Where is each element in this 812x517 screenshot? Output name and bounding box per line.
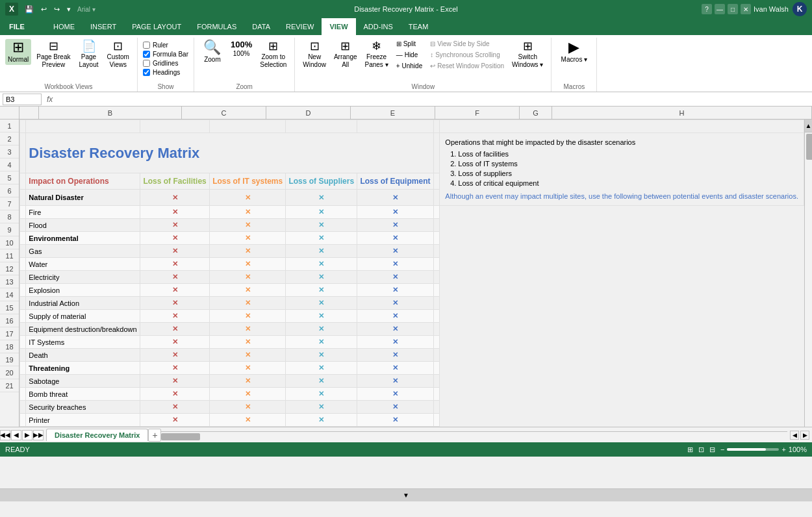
cell-b4[interactable]: Natural Disaster <box>26 190 140 206</box>
zoom-out-btn[interactable]: − <box>720 446 724 453</box>
cell-g6[interactable] <box>433 219 440 232</box>
cell-e21[interactable]: ✕ <box>286 414 357 427</box>
cell-g8[interactable] <box>433 245 440 258</box>
cell-e18[interactable]: ✕ <box>286 375 357 388</box>
ruler-input[interactable] <box>143 42 150 49</box>
tab-insert[interactable]: INSERT <box>82 18 124 35</box>
cell-d21[interactable]: ✕ <box>210 414 286 427</box>
cell-h1[interactable] <box>440 120 804 133</box>
h-scroll-left[interactable]: ◀ <box>790 431 799 440</box>
cell-f7[interactable]: ✕ <box>357 232 433 245</box>
tab-home[interactable]: HOME <box>45 18 82 35</box>
minimize-button[interactable]: — <box>715 4 725 14</box>
cell-a10[interactable] <box>20 271 26 284</box>
row-num-12[interactable]: 12 <box>0 262 19 275</box>
row-num-17[interactable]: 17 <box>0 327 19 340</box>
cell-c13[interactable]: ✕ <box>140 310 210 323</box>
formula-bar-checkbox[interactable]: Formula Bar <box>143 51 188 58</box>
cell-a19[interactable] <box>20 388 26 401</box>
cell-e7[interactable]: ✕ <box>286 232 357 245</box>
row-num-20[interactable]: 20 <box>0 366 19 379</box>
new-window-button[interactable]: ⊡ NewWindow <box>300 39 329 70</box>
cell-e12[interactable]: ✕ <box>286 297 357 310</box>
cell-b18[interactable]: Sabotage <box>26 375 140 388</box>
cell-f11[interactable]: ✕ <box>357 284 433 297</box>
col-header-f[interactable]: F <box>435 107 520 119</box>
cell-g2[interactable] <box>433 133 440 173</box>
maximize-button[interactable]: □ <box>728 4 738 14</box>
cell-d5[interactable]: ✕ <box>210 206 286 219</box>
cell-a13[interactable] <box>20 310 26 323</box>
custom-views-button[interactable]: ⊡ CustomViews <box>105 39 132 70</box>
scroll-thumb[interactable] <box>806 134 812 160</box>
row-num-8[interactable]: 8 <box>0 210 19 223</box>
cell-e10[interactable]: ✕ <box>286 271 357 284</box>
cell-f9[interactable]: ✕ <box>357 258 433 271</box>
row-num-18[interactable]: 18 <box>0 340 19 353</box>
cell-b10[interactable]: Electricity <box>26 271 140 284</box>
cell-c9[interactable]: ✕ <box>140 258 210 271</box>
cell-e11[interactable]: ✕ <box>286 284 357 297</box>
cell-g12[interactable] <box>433 297 440 310</box>
gridlines-checkbox[interactable]: Gridlines <box>143 60 188 67</box>
normal-view-button[interactable]: ⊞ Normal <box>5 39 31 65</box>
cell-f4[interactable]: ✕ <box>357 190 433 206</box>
cell-c6[interactable]: ✕ <box>140 219 210 232</box>
reset-window-button[interactable]: ↩ Reset Window Position <box>427 61 507 71</box>
cell-f12[interactable]: ✕ <box>357 297 433 310</box>
cell-f3-header[interactable]: Loss of Equipment <box>357 173 433 190</box>
sync-scroll-button[interactable]: ↕ Synchronous Scrolling <box>427 50 503 60</box>
cell-d1[interactable] <box>210 120 286 133</box>
cell-d11[interactable]: ✕ <box>210 284 286 297</box>
cell-g13[interactable] <box>433 310 440 323</box>
tab-review[interactable]: REVIEW <box>278 18 322 35</box>
cell-d8[interactable]: ✕ <box>210 245 286 258</box>
cell-c3-header[interactable]: Loss of Facilities <box>140 173 210 190</box>
cell-e19[interactable]: ✕ <box>286 388 357 401</box>
cell-b9[interactable]: Water <box>26 258 140 271</box>
cell-g11[interactable] <box>433 284 440 297</box>
vertical-scrollbar[interactable]: ▲ ▼ <box>804 120 812 427</box>
cell-g1[interactable] <box>433 120 440 133</box>
page-break-status-btn[interactable]: ⊟ <box>709 446 715 454</box>
row-num-9[interactable]: 9 <box>0 223 19 236</box>
cell-f20[interactable]: ✕ <box>357 401 433 414</box>
row-num-2[interactable]: 2 <box>0 132 19 145</box>
cell-a5[interactable] <box>20 206 26 219</box>
cell-b5[interactable]: Fire <box>26 206 140 219</box>
cell-f10[interactable]: ✕ <box>357 271 433 284</box>
cell-a17[interactable] <box>20 362 26 375</box>
horizontal-scrollbar[interactable] <box>161 431 787 439</box>
cell-g18[interactable] <box>433 375 440 388</box>
more-qs-button[interactable]: ▾ <box>64 4 73 15</box>
cell-c20[interactable]: ✕ <box>140 401 210 414</box>
save-button[interactable]: 💾 <box>22 4 36 15</box>
cell-d15[interactable]: ✕ <box>210 336 286 349</box>
cell-g3[interactable] <box>433 173 440 190</box>
cell-f6[interactable]: ✕ <box>357 219 433 232</box>
cell-b21[interactable]: Printer <box>26 414 140 427</box>
redo-button[interactable]: ↪ <box>51 4 62 15</box>
cell-b17[interactable]: Threatening <box>26 362 140 375</box>
font-selector[interactable]: Arial ▾ <box>77 6 95 13</box>
cell-g4[interactable] <box>433 190 440 206</box>
row-num-4[interactable]: 4 <box>0 158 19 171</box>
headings-checkbox[interactable]: Headings <box>143 69 188 76</box>
freeze-panes-button[interactable]: ❄ FreezePanes ▾ <box>362 39 391 70</box>
tab-formulas[interactable]: FORMULAS <box>189 18 244 35</box>
cell-a1[interactable] <box>20 120 26 133</box>
cell-a9[interactable] <box>20 258 26 271</box>
gridlines-input[interactable] <box>143 60 150 67</box>
col-header-e[interactable]: E <box>351 107 435 119</box>
cell-e8[interactable]: ✕ <box>286 245 357 258</box>
zoom-in-btn[interactable]: + <box>781 446 785 453</box>
row-num-6[interactable]: 6 <box>0 184 19 197</box>
h-scroll-thumb[interactable] <box>161 433 200 440</box>
cell-e3-header[interactable]: Loss of Suppliers <box>286 173 357 190</box>
cell-a20[interactable] <box>20 401 26 414</box>
cell-d10[interactable]: ✕ <box>210 271 286 284</box>
zoom-slider[interactable] <box>727 448 779 451</box>
row-num-15[interactable]: 15 <box>0 301 19 314</box>
cell-c4[interactable]: ✕ <box>140 190 210 206</box>
cell-a15[interactable] <box>20 336 26 349</box>
